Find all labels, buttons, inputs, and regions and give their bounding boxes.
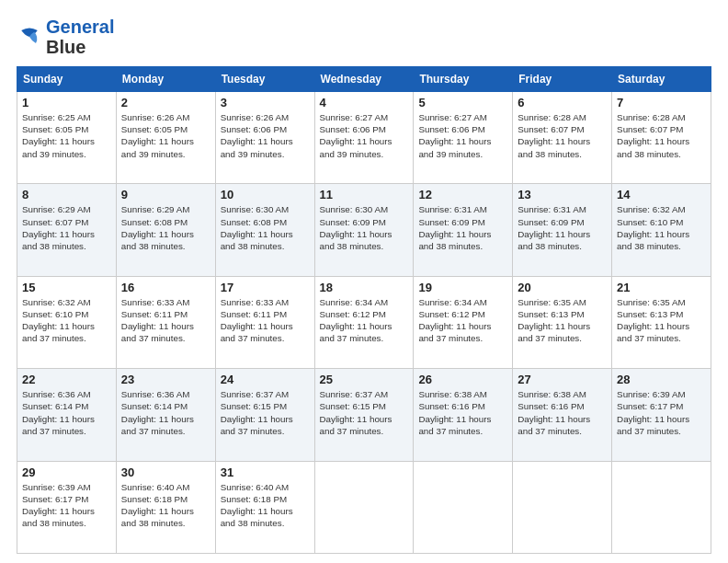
logo: General Blue [17,17,114,57]
calendar-cell: 16Sunrise: 6:33 AMSunset: 6:11 PMDayligh… [116,276,215,368]
day-number: 2 [121,96,210,109]
day-number: 12 [418,188,507,201]
day-info: Sunrise: 6:32 AMSunset: 6:10 PMDaylight:… [617,203,706,252]
calendar-cell: 26Sunrise: 6:38 AMSunset: 6:16 PMDayligh… [414,369,513,461]
calendar-cell: 14Sunrise: 6:32 AMSunset: 6:10 PMDayligh… [612,184,711,276]
day-info: Sunrise: 6:26 AMSunset: 6:06 PMDaylight:… [221,111,310,160]
day-number: 29 [22,465,111,479]
day-number: 5 [418,96,507,109]
day-info: Sunrise: 6:26 AMSunset: 6:05 PMDaylight:… [121,111,210,160]
day-info: Sunrise: 6:34 AMSunset: 6:12 PMDaylight:… [418,296,507,345]
calendar-cell: 9Sunrise: 6:29 AMSunset: 6:08 PMDaylight… [116,184,215,276]
day-number: 10 [221,188,310,201]
day-number: 11 [320,188,409,201]
calendar-cell: 2Sunrise: 6:26 AMSunset: 6:05 PMDaylight… [116,92,215,184]
calendar-cell: 6Sunrise: 6:28 AMSunset: 6:07 PMDaylight… [513,92,612,184]
day-header-friday: Friday [513,67,612,92]
day-info: Sunrise: 6:25 AMSunset: 6:05 PMDaylight:… [22,111,111,160]
day-number: 17 [221,281,310,294]
calendar-cell: 7Sunrise: 6:28 AMSunset: 6:07 PMDaylight… [612,92,711,184]
day-info: Sunrise: 6:35 AMSunset: 6:13 PMDaylight:… [518,296,607,345]
day-number: 27 [518,373,607,386]
day-info: Sunrise: 6:40 AMSunset: 6:18 PMDaylight:… [221,481,310,530]
day-info: Sunrise: 6:37 AMSunset: 6:15 PMDaylight:… [221,388,310,437]
day-number: 21 [617,281,706,294]
day-number: 18 [320,281,409,294]
calendar-cell: 19Sunrise: 6:34 AMSunset: 6:12 PMDayligh… [414,276,513,368]
day-header-monday: Monday [116,67,215,92]
day-number: 26 [418,373,507,386]
calendar-cell: 13Sunrise: 6:31 AMSunset: 6:09 PMDayligh… [513,184,612,276]
calendar-cell: 8Sunrise: 6:29 AMSunset: 6:07 PMDaylight… [17,184,117,276]
day-info: Sunrise: 6:31 AMSunset: 6:09 PMDaylight:… [518,203,607,252]
day-info: Sunrise: 6:38 AMSunset: 6:16 PMDaylight:… [418,388,507,437]
calendar-cell: 27Sunrise: 6:38 AMSunset: 6:16 PMDayligh… [513,369,612,461]
day-info: Sunrise: 6:30 AMSunset: 6:08 PMDaylight:… [221,203,310,252]
calendar-cell: 23Sunrise: 6:36 AMSunset: 6:14 PMDayligh… [116,369,215,461]
calendar-header: SundayMondayTuesdayWednesdayThursdayFrid… [17,67,711,92]
calendar-cell [414,461,513,553]
calendar-cell: 31Sunrise: 6:40 AMSunset: 6:18 PMDayligh… [215,461,314,553]
calendar-cell [314,461,414,553]
calendar-cell: 1Sunrise: 6:25 AMSunset: 6:05 PMDaylight… [17,92,117,184]
day-info: Sunrise: 6:37 AMSunset: 6:15 PMDaylight:… [320,388,409,437]
day-number: 25 [320,373,409,386]
day-number: 1 [22,96,111,109]
day-number: 8 [22,188,111,201]
day-info: Sunrise: 6:32 AMSunset: 6:10 PMDaylight:… [22,296,111,345]
page: General Blue SundayMondayTuesdayWednesda… [0,0,728,563]
day-number: 6 [518,96,607,109]
calendar-cell: 5Sunrise: 6:27 AMSunset: 6:06 PMDaylight… [414,92,513,184]
calendar-cell: 25Sunrise: 6:37 AMSunset: 6:15 PMDayligh… [314,369,414,461]
day-number: 9 [121,188,210,201]
day-number: 23 [121,373,210,386]
calendar-cell: 12Sunrise: 6:31 AMSunset: 6:09 PMDayligh… [414,184,513,276]
day-header-tuesday: Tuesday [215,67,314,92]
day-number: 31 [221,465,310,479]
calendar-body: 1Sunrise: 6:25 AMSunset: 6:05 PMDaylight… [17,92,711,554]
logo-text: General Blue [46,17,114,57]
logo-icon [17,24,42,50]
day-number: 3 [221,96,310,109]
day-header-saturday: Saturday [612,67,711,92]
day-info: Sunrise: 6:36 AMSunset: 6:14 PMDaylight:… [22,388,111,437]
day-number: 15 [22,281,111,294]
calendar-cell: 24Sunrise: 6:37 AMSunset: 6:15 PMDayligh… [215,369,314,461]
day-info: Sunrise: 6:28 AMSunset: 6:07 PMDaylight:… [518,111,607,160]
day-header-thursday: Thursday [414,67,513,92]
day-number: 20 [518,281,607,294]
day-number: 30 [121,465,210,479]
header: General Blue [17,17,711,57]
calendar-cell: 17Sunrise: 6:33 AMSunset: 6:11 PMDayligh… [215,276,314,368]
day-info: Sunrise: 6:29 AMSunset: 6:07 PMDaylight:… [22,203,111,252]
calendar-cell: 29Sunrise: 6:39 AMSunset: 6:17 PMDayligh… [17,461,117,553]
day-number: 19 [418,281,507,294]
calendar-cell: 11Sunrise: 6:30 AMSunset: 6:09 PMDayligh… [314,184,414,276]
day-info: Sunrise: 6:33 AMSunset: 6:11 PMDaylight:… [221,296,310,345]
week-row-2: 8Sunrise: 6:29 AMSunset: 6:07 PMDaylight… [17,184,711,276]
day-header-sunday: Sunday [17,67,117,92]
day-info: Sunrise: 6:34 AMSunset: 6:12 PMDaylight:… [320,296,409,345]
calendar-cell: 20Sunrise: 6:35 AMSunset: 6:13 PMDayligh… [513,276,612,368]
calendar-cell: 22Sunrise: 6:36 AMSunset: 6:14 PMDayligh… [17,369,117,461]
day-number: 4 [320,96,409,109]
calendar-cell [513,461,612,553]
week-row-1: 1Sunrise: 6:25 AMSunset: 6:05 PMDaylight… [17,92,711,184]
calendar-cell: 15Sunrise: 6:32 AMSunset: 6:10 PMDayligh… [17,276,117,368]
calendar-cell: 4Sunrise: 6:27 AMSunset: 6:06 PMDaylight… [314,92,414,184]
day-number: 16 [121,281,210,294]
calendar-cell: 10Sunrise: 6:30 AMSunset: 6:08 PMDayligh… [215,184,314,276]
calendar-cell [612,461,711,553]
calendar-table: SundayMondayTuesdayWednesdayThursdayFrid… [17,66,711,554]
day-info: Sunrise: 6:31 AMSunset: 6:09 PMDaylight:… [418,203,507,252]
calendar-cell: 30Sunrise: 6:40 AMSunset: 6:18 PMDayligh… [116,461,215,553]
day-info: Sunrise: 6:38 AMSunset: 6:16 PMDaylight:… [518,388,607,437]
day-info: Sunrise: 6:33 AMSunset: 6:11 PMDaylight:… [121,296,210,345]
week-row-3: 15Sunrise: 6:32 AMSunset: 6:10 PMDayligh… [17,276,711,368]
day-info: Sunrise: 6:28 AMSunset: 6:07 PMDaylight:… [617,111,706,160]
calendar-cell: 21Sunrise: 6:35 AMSunset: 6:13 PMDayligh… [612,276,711,368]
day-info: Sunrise: 6:27 AMSunset: 6:06 PMDaylight:… [418,111,507,160]
week-row-4: 22Sunrise: 6:36 AMSunset: 6:14 PMDayligh… [17,369,711,461]
day-info: Sunrise: 6:39 AMSunset: 6:17 PMDaylight:… [617,388,706,437]
day-info: Sunrise: 6:40 AMSunset: 6:18 PMDaylight:… [121,481,210,530]
